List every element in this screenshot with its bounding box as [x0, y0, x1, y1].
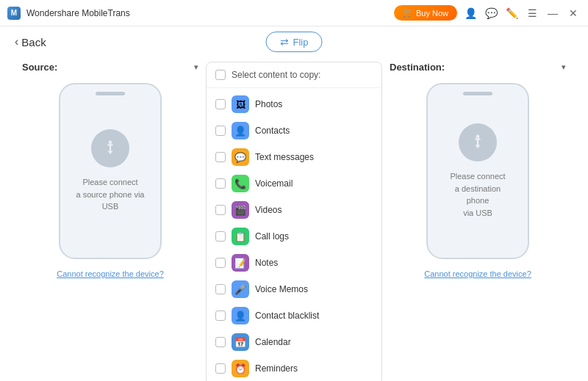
chat-icon[interactable]: 💬: [484, 6, 498, 21]
main-content: ‹ Back ⇄ Flip Source: ▾ Please conn: [0, 26, 588, 381]
close-icon[interactable]: ✕: [566, 6, 581, 21]
title-bar: M Wondershare MobileTrans 🛒 Buy Now 👤 💬 …: [0, 0, 588, 26]
menu-icon[interactable]: ☰: [525, 6, 539, 21]
svg-point-1: [476, 135, 480, 139]
list-item[interactable]: 🖼Photos: [207, 91, 381, 117]
item-checkbox[interactable]: [215, 258, 226, 268]
svg-point-0: [109, 141, 112, 145]
item-checkbox[interactable]: [215, 205, 226, 215]
title-bar-actions: 🛒 Buy Now 👤 💬 ✏️ ☰ — ✕: [394, 5, 581, 21]
item-label: Contact blacklist: [255, 311, 319, 321]
source-dropdown[interactable]: ▾: [194, 62, 198, 72]
item-checkbox[interactable]: [215, 311, 226, 321]
list-item[interactable]: 🎬Videos: [207, 197, 381, 223]
item-checkbox[interactable]: [215, 363, 226, 374]
select-all-label: Select content to copy:: [232, 70, 320, 80]
back-button[interactable]: ‹ Back: [15, 35, 46, 48]
list-item[interactable]: 📋Call logs: [207, 223, 381, 250]
item-icon: 🎬: [232, 201, 249, 219]
item-icon: 🖼: [232, 95, 249, 113]
app-title: Wondershare MobileTrans: [26, 8, 394, 18]
destination-cannot-link[interactable]: Cannot recognize the device?: [424, 269, 531, 278]
item-checkbox[interactable]: [215, 126, 226, 136]
three-col-layout: Source: ▾ Please connecta source phone v…: [15, 54, 573, 381]
item-label: Voicemail: [255, 178, 293, 189]
item-checkbox[interactable]: [215, 99, 226, 109]
item-label: Contacts: [255, 126, 290, 136]
list-item[interactable]: 🎤Voice Memos: [207, 276, 381, 302]
item-label: Text messages: [255, 152, 314, 162]
destination-label: Destination:: [390, 62, 445, 73]
buy-now-button[interactable]: 🛒 Buy Now: [394, 5, 457, 21]
item-checkbox[interactable]: [215, 231, 226, 242]
app-icon: M: [7, 7, 21, 20]
content-box: Select content to copy: 🖼Photos👤Contacts…: [206, 62, 382, 381]
item-label: Notes: [255, 258, 278, 268]
user-icon[interactable]: 👤: [463, 6, 478, 21]
usb-icon: [100, 138, 121, 159]
content-panel: Select content to copy: 🖼Photos👤Contacts…: [206, 54, 382, 381]
item-icon: 🎤: [232, 280, 249, 298]
cart-icon: 🛒: [403, 8, 413, 18]
item-checkbox[interactable]: [215, 284, 226, 294]
source-phone-text: Please connecta source phone viaUSB: [76, 176, 145, 213]
list-item[interactable]: 📞Voicemail: [207, 170, 381, 197]
back-arrow-icon: ‹: [15, 35, 18, 48]
list-item[interactable]: 👤Contacts: [207, 117, 381, 144]
source-phone-frame: Please connecta source phone viaUSB: [59, 83, 162, 259]
edit-icon[interactable]: ✏️: [504, 6, 519, 21]
item-label: Voice Memos: [255, 284, 308, 294]
destination-header: Destination: ▾: [382, 62, 573, 73]
item-label: Reminders: [255, 363, 298, 374]
content-header: Select content to copy:: [207, 62, 381, 88]
list-item[interactable]: 💬Text messages: [207, 144, 381, 170]
item-icon: 📞: [232, 175, 249, 192]
list-item[interactable]: ⏰Reminders: [207, 355, 381, 381]
item-icon: 💬: [232, 148, 249, 166]
item-label: Videos: [255, 205, 282, 215]
item-checkbox[interactable]: [215, 178, 226, 189]
list-item[interactable]: 📝Notes: [207, 250, 381, 276]
select-all-checkbox[interactable]: [215, 70, 226, 80]
item-icon: 📝: [232, 254, 249, 272]
item-label: Call logs: [255, 231, 289, 242]
top-bar: ‹ Back ⇄ Flip: [15, 26, 573, 54]
item-label: Photos: [255, 99, 282, 109]
usb-icon-dest: [467, 132, 488, 153]
item-icon: ⏰: [232, 360, 249, 377]
minimize-icon[interactable]: —: [545, 6, 560, 21]
source-label: Source:: [22, 62, 57, 73]
destination-phone-avatar: [459, 123, 497, 162]
item-icon: 👤: [232, 307, 249, 324]
list-item[interactable]: 👤Contact blacklist: [207, 302, 381, 329]
item-icon: 📅: [232, 333, 249, 351]
back-label: Back: [21, 36, 46, 48]
item-checkbox[interactable]: [215, 152, 226, 162]
destination-phone-frame: Please connecta destination phonevia USB: [426, 83, 529, 259]
content-list[interactable]: 🖼Photos👤Contacts💬Text messages📞Voicemail…: [207, 88, 381, 381]
item-label: Calendar: [255, 337, 291, 347]
item-icon: 👤: [232, 122, 249, 139]
flip-button[interactable]: ⇄ Flip: [266, 32, 323, 52]
flip-label: Flip: [293, 37, 309, 48]
destination-phone-text: Please connecta destination phonevia USB: [442, 170, 513, 219]
item-checkbox[interactable]: [215, 337, 226, 347]
flip-icon: ⇄: [280, 36, 289, 48]
source-header: Source: ▾: [15, 62, 206, 73]
list-item[interactable]: 📅Calendar: [207, 329, 381, 355]
item-icon: 📋: [232, 228, 249, 245]
destination-panel: Destination: ▾ Please connecta destinati…: [382, 54, 573, 381]
source-panel: Source: ▾ Please connecta source phone v…: [15, 54, 206, 381]
destination-dropdown[interactable]: ▾: [562, 62, 566, 72]
source-phone-avatar: [91, 129, 129, 167]
source-cannot-link[interactable]: Cannot recognize the device?: [57, 269, 164, 278]
